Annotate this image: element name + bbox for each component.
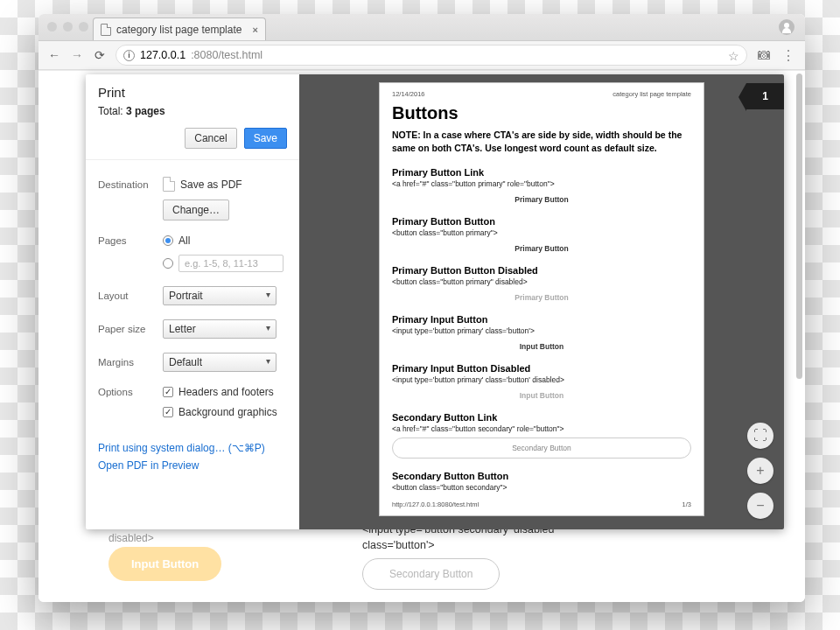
browser-tab[interactable]: category list page template × (93, 18, 266, 40)
preview-section: Secondary Button Button <button class="b… (392, 466, 691, 492)
preview-section: Secondary Button Link <a href="#" class=… (392, 407, 691, 466)
zoom-in-icon[interactable]: + (747, 458, 774, 484)
pages-all-label: All (178, 234, 190, 247)
profile-icon[interactable] (779, 19, 794, 35)
system-dialog-link[interactable]: Print using system dialog… (⌥⌘P) (98, 442, 265, 454)
bg-code-fragment: disabled> (108, 532, 154, 544)
preview-page: 12/14/2016 category list page template B… (380, 83, 704, 515)
back-icon[interactable]: ← (47, 48, 61, 62)
preview-date: 12/14/2016 (392, 90, 425, 98)
row-margins: Margins Default (98, 353, 287, 372)
fit-page-icon[interactable] (747, 423, 774, 449)
bg-secondary-button[interactable]: Secondary Button (362, 558, 500, 590)
site-info-icon[interactable]: i (123, 50, 135, 61)
preview-section: Primary Input Button <input type='button… (392, 309, 691, 358)
maximize-window-icon[interactable] (79, 22, 88, 32)
bookmark-star-icon[interactable]: ☆ (728, 49, 739, 63)
traffic-lights[interactable] (47, 22, 88, 32)
bg-input-button[interactable]: Input Button (108, 547, 221, 581)
print-dialog: Print Total: 3 pages Cancel Save Destina… (86, 74, 784, 529)
preview-footer-page: 1/3 (682, 500, 691, 508)
headers-footers-checkbox[interactable] (163, 387, 173, 397)
save-button[interactable]: Save (244, 128, 287, 149)
row-paper-size: Paper size Letter (98, 319, 287, 339)
viewport: disabled> Input Button <input type='butt… (38, 70, 805, 602)
cancel-button[interactable]: Cancel (185, 128, 236, 149)
row-destination: Destination Save as PDF (98, 177, 287, 192)
preview-section: Primary Button Link <a href="#" class="b… (392, 162, 691, 211)
background-graphics-checkbox[interactable] (163, 407, 173, 417)
open-preview-link[interactable]: Open PDF in Preview (98, 459, 199, 472)
destination-value: Save as PDF (180, 178, 242, 191)
print-total: Total: 3 pages (98, 105, 287, 117)
preview-section: Primary Input Button Disabled <input typ… (392, 358, 691, 407)
headers-footers-label: Headers and footers (178, 386, 274, 398)
preview-h1: Buttons (392, 103, 691, 123)
preview-note: NOTE: In a case where CTA's are side by … (392, 129, 691, 155)
minimize-window-icon[interactable] (63, 22, 73, 32)
close-tab-icon[interactable]: × (252, 24, 257, 35)
preview-section: Primary Button Button Disabled <button c… (392, 260, 691, 309)
paper-size-select[interactable]: Letter (163, 319, 276, 339)
print-preview-panel: 1 12/14/2016 category list page template… (299, 74, 784, 529)
browser-toolbar: ← → ⟳ i 127.0.0.1:8080/test.html ☆ 📷︎ ⋮ (38, 40, 805, 70)
url-path: :8080/test.html (191, 49, 262, 61)
preview-section: Primary Button Button <button class="but… (392, 211, 691, 260)
camera-icon[interactable]: 📷︎ (756, 47, 772, 63)
margins-select[interactable]: Default (163, 353, 276, 372)
preview-header-title: category list page template (612, 90, 691, 98)
kebab-menu-icon[interactable]: ⋮ (780, 47, 796, 63)
print-settings-panel: Print Total: 3 pages Cancel Save Destina… (86, 74, 299, 529)
pages-all-radio[interactable] (163, 235, 173, 246)
zoom-out-icon[interactable]: − (747, 493, 774, 519)
change-destination-button[interactable]: Change… (163, 200, 229, 220)
preview-footer-url: http://127.0.0.1:8080/test.html (392, 500, 479, 508)
tab-title: category list page template (116, 24, 242, 36)
preview-zoom-controls: + − (747, 423, 774, 519)
window-chrome: category list page template × (38, 14, 805, 40)
browser-window: category list page template × ← → ⟳ i 12… (38, 14, 805, 602)
pages-range-input[interactable]: e.g. 1-5, 8, 11-13 (178, 255, 284, 272)
row-options: Options Headers and footers (98, 386, 287, 398)
preview-secondary-outline-button: Secondary Button (392, 438, 691, 458)
reload-icon[interactable]: ⟳ (93, 48, 107, 62)
close-window-icon[interactable] (47, 22, 57, 32)
forward-icon: → (70, 48, 84, 62)
pages-range-radio[interactable] (163, 258, 173, 269)
scrollbar-thumb[interactable] (796, 74, 802, 379)
layout-select[interactable]: Portrait (163, 286, 276, 305)
scrollbar[interactable] (796, 74, 802, 599)
row-layout: Layout Portrait (98, 286, 287, 305)
file-icon (101, 24, 111, 36)
pdf-file-icon (163, 177, 175, 192)
url-host: 127.0.0.1 (140, 49, 186, 61)
background-graphics-label: Background graphics (178, 406, 277, 418)
row-pages: Pages All (98, 234, 287, 247)
address-bar[interactable]: i 127.0.0.1:8080/test.html ☆ (116, 45, 747, 66)
print-title: Print (98, 85, 287, 100)
page-indicator: 1 (746, 83, 784, 109)
